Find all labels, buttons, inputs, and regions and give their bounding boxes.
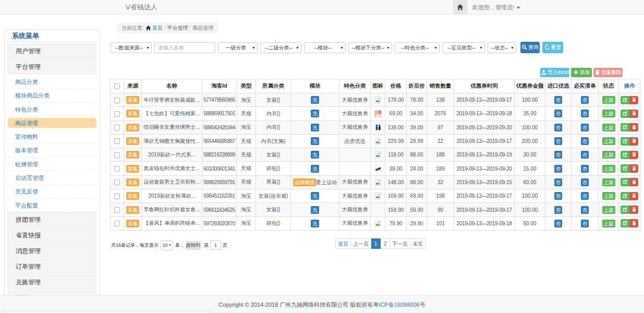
import-select-badge[interactable]: 否 (554, 178, 563, 186)
sidebar-item-1[interactable]: 模块商品分类 (8, 89, 96, 102)
feature-category-select[interactable]: --特色分类-- (395, 42, 440, 53)
edit-button[interactable] (621, 110, 629, 118)
delete-button[interactable] (629, 192, 638, 200)
jump-to-button[interactable]: 跳转到 (186, 241, 201, 250)
must-buy-badge[interactable]: 否 (581, 110, 589, 117)
status-badge[interactable]: 上架 (602, 151, 615, 159)
edit-button[interactable] (621, 164, 629, 173)
row-checkbox[interactable] (114, 111, 120, 117)
module-select[interactable]: --模块-- (304, 42, 346, 53)
sidebar-group-2[interactable]: 拼团管理 (8, 212, 96, 227)
batch-delete-button[interactable]: 批量删除 (593, 68, 623, 77)
sidebar-item-4[interactable]: 宣传物料 (8, 130, 96, 143)
edit-button[interactable] (621, 219, 629, 227)
import-select-badge[interactable]: 否 (554, 96, 563, 104)
sidebar-group-5[interactable]: 订单管理 (8, 259, 96, 274)
delete-button[interactable] (629, 178, 638, 186)
edit-button[interactable] (621, 206, 629, 214)
must-buy-badge[interactable]: 否 (581, 165, 589, 173)
sidebar-item-2[interactable]: 特色分类 (8, 103, 96, 116)
status-badge[interactable]: 上架 (602, 124, 615, 131)
row-checkbox[interactable] (114, 179, 120, 185)
per-page-select[interactable]: 10 (161, 240, 173, 250)
must-buy-badge[interactable]: 否 (581, 151, 589, 159)
row-checkbox[interactable] (114, 207, 120, 213)
import-excel-button[interactable]: 导入excel (540, 68, 569, 77)
sidebar-item-3[interactable]: 商品管理 (8, 116, 96, 130)
row-checkbox[interactable] (114, 98, 120, 103)
level1-category-select[interactable]: 一级分类 (218, 42, 258, 53)
row-checkbox[interactable] (114, 152, 120, 158)
user-menu[interactable]: 欢迎您，管理员! (472, 0, 520, 15)
item-type-select[interactable]: --宝贝类型-- (442, 42, 485, 53)
icp-link[interactable]: 粤ICP备16098006号 (373, 302, 425, 308)
edit-button[interactable] (621, 96, 629, 104)
delete-button[interactable] (629, 137, 638, 146)
status-badge[interactable]: 上架 (602, 165, 615, 173)
must-buy-badge[interactable]: 否 (581, 124, 589, 131)
jump-page-input[interactable] (210, 240, 221, 250)
sidebar-item-7[interactable]: 启动页管理 (8, 171, 96, 185)
status-select[interactable]: --状态-- (488, 42, 516, 53)
status-badge[interactable]: 上架 (602, 192, 615, 200)
edit-button[interactable] (621, 137, 629, 146)
import-select-badge[interactable]: 否 (554, 206, 563, 214)
breadcrumb-home-link[interactable]: 首页 (152, 25, 163, 31)
row-checkbox[interactable] (114, 194, 120, 199)
status-badge[interactable]: 上架 (602, 96, 615, 104)
select-all-checkbox[interactable] (114, 83, 120, 89)
sidebar-group-1[interactable]: 平台管理 (8, 59, 96, 74)
must-buy-badge[interactable]: 否 (581, 137, 589, 145)
sidebar-item-9[interactable]: 平台配置 (8, 199, 96, 212)
delete-button[interactable] (629, 123, 638, 131)
data-source-select[interactable]: --数据来源-- (111, 42, 152, 53)
sidebar-group-6[interactable]: 兑换管理 (8, 275, 96, 290)
product-name-input[interactable] (154, 42, 215, 53)
must-buy-badge[interactable]: 否 (581, 96, 589, 104)
status-badge[interactable]: 上架 (602, 220, 615, 227)
delete-button[interactable] (629, 151, 638, 159)
delete-button[interactable] (629, 219, 638, 227)
import-select-badge[interactable]: 否 (554, 192, 563, 200)
page-button-2[interactable]: 2 (381, 238, 390, 249)
sidebar-item-5[interactable]: 版本管理 (8, 143, 96, 157)
search-button[interactable]: 查询 (520, 42, 540, 53)
must-buy-badge[interactable]: 否 (581, 178, 589, 186)
import-select-badge[interactable]: 否 (554, 137, 563, 145)
page-button-下一页[interactable]: 下一页 (390, 238, 410, 249)
must-buy-badge[interactable]: 否 (581, 206, 589, 214)
import-select-badge[interactable]: 否 (554, 220, 563, 227)
import-select-badge[interactable]: 否 (554, 110, 563, 117)
status-badge[interactable]: 上架 (602, 137, 615, 145)
row-checkbox[interactable] (114, 221, 120, 226)
row-checkbox[interactable] (114, 166, 120, 172)
sidebar-group-0[interactable]: 用户管理 (8, 44, 96, 58)
import-select-badge[interactable]: 否 (554, 124, 563, 131)
page-button-末页[interactable]: 末页 (410, 238, 426, 249)
edit-button[interactable] (621, 123, 629, 131)
page-button-首页[interactable]: 首页 (335, 238, 351, 249)
status-badge[interactable]: 上架 (602, 206, 615, 214)
row-checkbox[interactable] (114, 125, 120, 130)
module-sub-category-select[interactable]: --模块下分类-- (348, 42, 392, 53)
import-select-badge[interactable]: 否 (554, 165, 563, 173)
page-button-上一页[interactable]: 上一页 (351, 238, 371, 249)
delete-button[interactable] (629, 96, 638, 104)
sidebar-item-6[interactable]: 轮播管理 (8, 158, 96, 171)
delete-button[interactable] (629, 110, 638, 118)
sidebar-group-3[interactable]: 省直快报 (8, 228, 96, 243)
page-button-1[interactable]: 1 (371, 238, 381, 249)
sidebar-group-4[interactable]: 消息管理 (8, 244, 96, 258)
delete-button[interactable] (629, 164, 638, 173)
reset-button[interactable]: 重置 (542, 42, 563, 53)
status-badge[interactable]: 上架 (602, 178, 615, 186)
must-buy-badge[interactable]: 否 (581, 192, 589, 200)
import-select-badge[interactable]: 否 (554, 151, 563, 159)
edit-button[interactable] (621, 178, 629, 186)
status-badge[interactable]: 上架 (602, 110, 615, 117)
home-nav-button[interactable] (453, 0, 467, 14)
level2-category-select[interactable]: --二级分类-- (260, 42, 301, 53)
must-buy-badge[interactable]: 否 (581, 220, 589, 227)
sidebar-item-8[interactable]: 意见反馈 (8, 185, 96, 198)
row-checkbox[interactable] (114, 138, 120, 144)
